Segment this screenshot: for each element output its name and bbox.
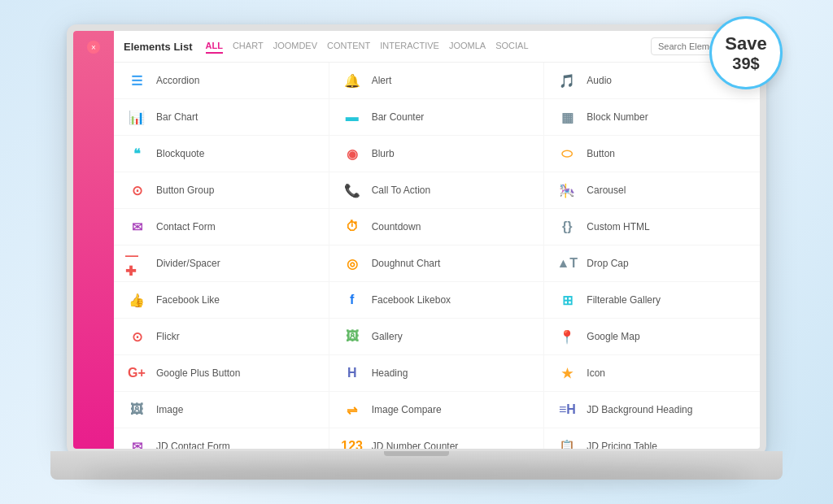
gallery-label: Gallery <box>372 331 403 342</box>
grid-item-google-plus-button[interactable]: G+Google Plus Button <box>114 355 329 391</box>
close-button[interactable]: × <box>87 41 100 54</box>
grid-row-0: ☰Accordion🔔Alert🎵Audio <box>114 63 760 99</box>
grid-row-7: ⊙Flickr🖼Gallery📍Google Map <box>114 319 760 355</box>
grid-row-9: 🖼Image⇌Image Compare≡HJD Background Head… <box>114 392 760 428</box>
google-map-icon: 📍 <box>556 325 578 348</box>
grid-row-10: ✉JD Contact Form123JD Number Counter📋JD … <box>114 428 760 449</box>
countdown-icon: ⏱ <box>341 215 364 238</box>
grid-item-google-map[interactable]: 📍Google Map <box>544 319 760 354</box>
grid-item-gallery[interactable]: 🖼Gallery <box>329 319 545 354</box>
grid-item-heading[interactable]: HHeading <box>329 355 545 391</box>
grid-item-facebook-likebox[interactable]: fFacebook Likebox <box>329 282 545 318</box>
laptop-screen: × Elements List ALLCHARTJOOMDEVCONTENTIN… <box>67 24 766 455</box>
alert-label: Alert <box>372 75 392 86</box>
flickr-label: Flickr <box>156 331 180 342</box>
button-label: Button <box>587 148 615 159</box>
save-amount: 39$ <box>732 54 759 73</box>
contact-form-icon: ✉ <box>125 215 148 238</box>
nav-tab-content[interactable]: CONTENT <box>327 39 370 54</box>
button-icon: ⬭ <box>556 142 578 165</box>
jd-pricing-table-label: JD Pricing Table <box>587 441 656 449</box>
blurb-label: Blurb <box>372 148 395 159</box>
facebook-likebox-label: Facebook Likebox <box>372 294 451 306</box>
google-map-label: Google Map <box>587 331 639 342</box>
grid-item-button[interactable]: ⬭Button <box>544 136 760 172</box>
sidebar: × <box>73 31 114 449</box>
nav-tab-social[interactable]: SOCIAL <box>495 39 528 54</box>
drop-cap-label: Drop Cap <box>587 258 628 269</box>
nav-tab-joomdev[interactable]: JOOMDEV <box>273 39 317 54</box>
grid-item-bar-counter[interactable]: ▬Bar Counter <box>329 99 545 135</box>
grid-row-5: —✚Divider/Spacer◎Doughnut Chart▲TDrop Ca… <box>114 245 760 282</box>
grid-item-blockquote[interactable]: ❝Blockquote <box>114 136 329 172</box>
grid-item-custom-html[interactable]: {}Custom HTML <box>544 209 760 245</box>
carousel-label: Carousel <box>587 185 626 196</box>
jd-contact-form-icon: ✉ <box>125 435 148 449</box>
contact-form-label: Contact Form <box>156 221 216 232</box>
jd-contact-form-label: JD Contact Form <box>156 441 230 449</box>
countdown-label: Countdown <box>372 221 421 232</box>
grid-item-image-compare[interactable]: ⇌Image Compare <box>329 392 545 428</box>
google-plus-button-icon: G+ <box>125 362 148 385</box>
grid-row-6: 👍Facebook LikefFacebook Likebox⊞Filterab… <box>114 282 760 319</box>
grid-item-countdown[interactable]: ⏱Countdown <box>329 209 545 245</box>
image-icon: 🖼 <box>125 398 148 421</box>
grid-item-button-group[interactable]: ⊙Button Group <box>114 172 329 208</box>
blockquote-icon: ❝ <box>125 142 148 165</box>
jd-number-counter-label: JD Number Counter <box>372 441 459 449</box>
elements-list-title: Elements List <box>124 41 193 53</box>
grid-item-block-number[interactable]: ▦Block Number <box>544 99 760 135</box>
grid-row-3: ⊙Button Group📞Call To Action🎠Carousel <box>114 172 760 209</box>
nav-tab-joomla[interactable]: JOOMLA <box>449 39 486 54</box>
nav-tab-all[interactable]: ALL <box>206 39 223 54</box>
grid-item-filterable-gallery[interactable]: ⊞Filterable Gallery <box>544 282 760 318</box>
drop-cap-icon: ▲T <box>556 252 578 275</box>
flickr-icon: ⊙ <box>125 325 148 348</box>
blockquote-label: Blockquote <box>156 148 204 159</box>
grid-item-alert[interactable]: 🔔Alert <box>329 63 545 98</box>
grid-item-jd-pricing-table[interactable]: 📋JD Pricing Table <box>544 428 760 449</box>
custom-html-label: Custom HTML <box>587 221 649 232</box>
grid-item-drop-cap[interactable]: ▲TDrop Cap <box>544 245 760 281</box>
divider/spacer-icon: —✚ <box>125 252 148 275</box>
laptop-shadow <box>83 463 750 488</box>
image-compare-label: Image Compare <box>372 404 442 415</box>
grid-item-jd-background-heading[interactable]: ≡HJD Background Heading <box>544 392 760 428</box>
custom-html-icon: {} <box>556 215 578 238</box>
nav-tab-chart[interactable]: CHART <box>233 39 264 54</box>
grid-item-image[interactable]: 🖼Image <box>114 392 329 428</box>
jd-number-counter-icon: 123 <box>341 435 364 449</box>
filterable-gallery-icon: ⊞ <box>556 289 578 311</box>
grid-item-jd-number-counter[interactable]: 123JD Number Counter <box>329 428 545 449</box>
filterable-gallery-label: Filterable Gallery <box>587 294 661 306</box>
grid-item-carousel[interactable]: 🎠Carousel <box>544 172 760 208</box>
jd-background-heading-label: JD Background Heading <box>587 404 692 415</box>
grid-item-flickr[interactable]: ⊙Flickr <box>114 319 329 354</box>
grid-item-jd-contact-form[interactable]: ✉JD Contact Form <box>114 428 329 449</box>
icon-icon: ★ <box>556 362 578 385</box>
main-content: Elements List ALLCHARTJOOMDEVCONTENTINTE… <box>114 31 760 449</box>
google-plus-button-label: Google Plus Button <box>156 367 240 379</box>
image-label: Image <box>156 404 183 415</box>
header: Elements List ALLCHARTJOOMDEVCONTENTINTE… <box>114 31 760 63</box>
block-number-label: Block Number <box>587 111 648 123</box>
jd-pricing-table-icon: 📋 <box>556 435 578 449</box>
audio-icon: 🎵 <box>556 69 578 92</box>
grid-item-call-to-action[interactable]: 📞Call To Action <box>329 172 545 208</box>
grid-row-1: 📊Bar Chart▬Bar Counter▦Block Number <box>114 99 760 136</box>
grid-item-blurb[interactable]: ◉Blurb <box>329 136 545 172</box>
grid-item-facebook-like[interactable]: 👍Facebook Like <box>114 282 329 318</box>
grid-item-doughnut-chart[interactable]: ◎Doughnut Chart <box>329 245 545 281</box>
doughnut-chart-icon: ◎ <box>341 252 364 275</box>
grid-item-contact-form[interactable]: ✉Contact Form <box>114 209 329 245</box>
grid-item-icon[interactable]: ★Icon <box>544 355 760 391</box>
laptop-wrapper: Save 39$ × Elements List ALLCHARTJOOMDEV… <box>67 24 766 480</box>
grid-row-8: G+Google Plus ButtonHHeading★Icon <box>114 355 760 392</box>
grid-item-accordion[interactable]: ☰Accordion <box>114 63 329 98</box>
bar-chart-label: Bar Chart <box>156 111 198 123</box>
grid-item-bar-chart[interactable]: 📊Bar Chart <box>114 99 329 135</box>
nav-tab-interactive[interactable]: INTERACTIVE <box>380 39 439 54</box>
jd-background-heading-icon: ≡H <box>556 398 578 421</box>
grid-item-divider/spacer[interactable]: —✚Divider/Spacer <box>114 245 329 281</box>
audio-label: Audio <box>587 75 612 86</box>
